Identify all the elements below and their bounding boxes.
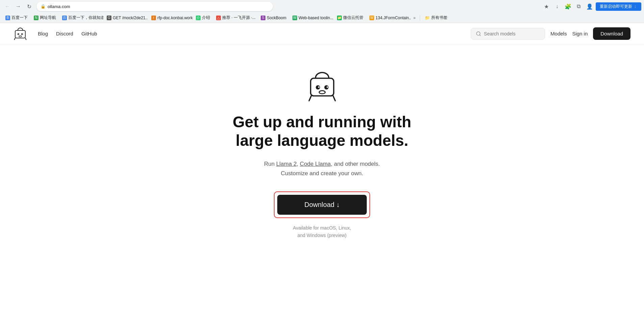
all-bookmarks[interactable]: 📁 所有书签	[422, 14, 450, 21]
hero-subtitle-prefix: Run	[264, 161, 276, 167]
logo-icon	[14, 27, 27, 41]
browser-titlebar: ← → ↻ 🔒 ollama.com ★ ↓ 🧩 ⧉ 👤 重新启动即可更新 ：	[0, 0, 644, 13]
bookmark-button[interactable]: ★	[542, 2, 551, 11]
browser-chrome: ← → ↻ 🔒 ollama.com ★ ↓ 🧩 ⧉ 👤 重新启动即可更新 ： …	[0, 0, 644, 23]
bookmark-favicon: G	[107, 16, 111, 20]
bookmarks-more-button[interactable]: »	[411, 15, 418, 21]
hero-download-wrapper: Download ↓	[274, 191, 370, 218]
hero-download-button[interactable]: Download ↓	[277, 195, 367, 215]
svg-line-9	[480, 35, 481, 36]
hero-availability: Available for macOS, Linux,and Windows (…	[293, 224, 351, 239]
bookmark-baidu2[interactable]: 百 百度一下，你就知道	[59, 14, 103, 21]
bookmark-label: 百度一下	[11, 15, 28, 21]
update-button[interactable]: 重新启动即可更新 ：	[596, 2, 641, 11]
svg-point-14	[318, 86, 319, 88]
bookmark-label: 介绍	[202, 15, 210, 21]
bookmark-get[interactable]: G GET /mock/2de21...	[104, 15, 148, 21]
bookmark-favicon: S	[261, 16, 265, 20]
bookmark-favicon: N	[34, 16, 38, 20]
bookmark-sockboom[interactable]: S SockBoom	[258, 15, 289, 21]
site-nav: Blog Discord GitHub Models Sign in Downl…	[0, 23, 644, 45]
nav-buttons: ← → ↻	[3, 2, 34, 11]
svg-line-7	[25, 38, 26, 40]
browser-actions: ★ ↓ 🧩 ⧉ 👤 重新启动即可更新 ：	[542, 2, 641, 11]
bookmarks-separator	[420, 15, 420, 21]
bookmark-webtool[interactable]: W Web-based toolin...	[290, 15, 334, 21]
svg-line-6	[15, 38, 16, 40]
svg-line-16	[309, 96, 311, 101]
bookmark-favicon: 介	[196, 16, 201, 20]
bookmark-label: SockBoom	[267, 16, 286, 20]
nav-signin[interactable]: Sign in	[572, 31, 588, 36]
nav-download-button[interactable]: Download	[593, 27, 630, 40]
nav-blog[interactable]: Blog	[38, 31, 48, 36]
bookmark-label: 推荐 · 一飞开源 ·...	[222, 15, 256, 21]
website-content: Blog Discord GitHub Models Sign in Downl…	[0, 23, 644, 293]
bookmark-recommend[interactable]: △ 推荐 · 一飞开源 ·...	[213, 14, 257, 21]
all-bookmarks-label: 所有书签	[431, 15, 447, 21]
nav-links: Blog Discord GitHub	[38, 31, 97, 36]
svg-point-13	[319, 91, 325, 94]
search-icon	[476, 31, 481, 36]
download-indicator[interactable]: ↓	[552, 2, 562, 11]
hero-section: Get up and running with large language m…	[0, 45, 644, 260]
hero-subtitle: Run Llama 2, Code Llama, and other model…	[264, 159, 380, 178]
hero-subtitle-comma: ,	[297, 161, 298, 167]
search-box[interactable]	[471, 28, 545, 40]
bookmark-label: 微信云托管	[343, 15, 363, 21]
bookmark-baiduyixia[interactable]: B 百度一下	[3, 14, 30, 21]
search-input[interactable]	[484, 31, 540, 36]
hero-subtitle-suffix: , and other models.	[331, 161, 380, 167]
address-bar[interactable]: 🔒 ollama.com	[36, 2, 273, 11]
hero-subtitle-line2: Customize and create your own.	[281, 170, 363, 177]
hero-logo-icon	[307, 72, 337, 102]
profile-button[interactable]: 👤	[585, 2, 594, 11]
svg-point-5	[22, 34, 23, 34]
site-logo[interactable]	[14, 27, 27, 41]
bookmark-label: 网址导航	[40, 15, 56, 21]
split-view-button[interactable]: ⧉	[574, 2, 584, 11]
nav-right: Models Sign in Download	[471, 27, 630, 40]
lock-icon: 🔒	[41, 4, 46, 9]
bookmark-favicon: W	[292, 16, 297, 20]
svg-point-15	[327, 86, 328, 88]
bookmark-favicon: 百	[62, 16, 67, 20]
hero-title: Get up and running with large language m…	[221, 113, 423, 150]
bookmark-label: 134.JFormContain...	[376, 16, 411, 20]
hero-link-llama2[interactable]: Llama 2	[276, 161, 297, 167]
bookmark-favicon: △	[216, 16, 221, 20]
bookmark-favicon: 📁	[337, 16, 342, 20]
svg-point-4	[19, 34, 19, 34]
bookmark-wechat[interactable]: 📁 微信云托管	[334, 14, 366, 21]
bookmark-jform[interactable]: W 134.JFormContain...	[367, 15, 411, 21]
bookmark-label: 百度一下，你就知道	[68, 15, 103, 21]
forward-button[interactable]: →	[14, 2, 23, 11]
address-text: ollama.com	[48, 4, 70, 9]
svg-point-3	[19, 35, 22, 37]
bookmark-label: Web-based toolin...	[299, 16, 333, 20]
svg-line-17	[333, 96, 335, 101]
bookmark-nav[interactable]: N 网址导航	[31, 14, 59, 21]
all-bookmarks-icon: 📁	[425, 16, 430, 20]
bookmark-label: rfp-doc.konbai.work	[157, 16, 192, 20]
svg-rect-10	[310, 78, 333, 96]
bookmark-favicon: W	[369, 16, 374, 20]
back-button[interactable]: ←	[3, 2, 12, 11]
bookmarks-bar: B 百度一下 N 网址导航 百 百度一下，你就知道 G GET /mock/2d…	[0, 13, 644, 23]
bookmark-rfp[interactable]: r rfp-doc.konbai.work	[149, 15, 192, 21]
reload-button[interactable]: ↻	[24, 2, 34, 11]
extensions-button[interactable]: 🧩	[563, 2, 573, 11]
nav-github[interactable]: GitHub	[81, 31, 97, 36]
bookmark-favicon: r	[151, 16, 156, 20]
nav-discord[interactable]: Discord	[56, 31, 73, 36]
bookmark-favicon: B	[5, 16, 10, 20]
bookmark-label: GET /mock/2de21...	[113, 16, 148, 20]
bookmark-intro[interactable]: 介 介绍	[193, 14, 213, 21]
nav-models[interactable]: Models	[550, 31, 567, 36]
hero-link-codellama[interactable]: Code Llama	[300, 161, 331, 167]
